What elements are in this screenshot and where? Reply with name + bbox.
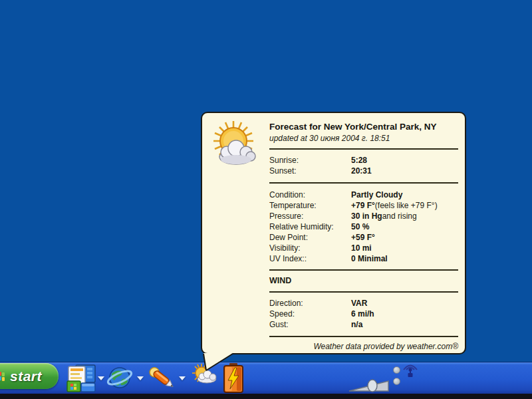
- sun-cloud-icon: [211, 120, 260, 177]
- status-led-icon: [393, 378, 400, 385]
- pen-icon[interactable]: [146, 364, 179, 393]
- weather-row: Pressure: 30 in Hg and rising: [269, 211, 458, 221]
- weather-row: UV Index:: 0 Minimal: [269, 253, 458, 264]
- antenna-icon[interactable]: [402, 363, 419, 378]
- weather-row: Temperature: +79 F° (feels like +79 F°): [269, 200, 458, 211]
- windows-flag-icon: [0, 372, 5, 381]
- volume-slider-knob: [368, 380, 377, 392]
- divider: [269, 148, 458, 150]
- sun-times-section: Sunrise: 5:28 Sunset: 20:31: [269, 155, 458, 176]
- weather-row: Condition: Partly Cloudy: [269, 190, 458, 200]
- weather-row: Dew Point: +59 F°: [269, 232, 458, 243]
- status-led-icon: [393, 366, 400, 374]
- weather-row: Direction: VAR: [269, 298, 458, 309]
- weather-row: Sunset: 20:31: [269, 166, 458, 176]
- divider: [269, 269, 458, 271]
- conditions-section: Condition: Partly Cloudy Temperature: +7…: [269, 190, 458, 264]
- weather-row: Relative Humidity: 50 %: [269, 221, 458, 232]
- start-button[interactable]: start: [0, 363, 59, 389]
- attribution-text: Weather data provided by weather.com®: [269, 342, 458, 351]
- desktop: Forecast for New York/Central Park, NY u…: [0, 0, 532, 399]
- weather-row: Gust: n/a: [269, 319, 458, 330]
- dropdown-arrow-icon[interactable]: [137, 376, 144, 380]
- start-button-label: start: [10, 368, 42, 384]
- dropdown-arrow-icon[interactable]: [98, 376, 104, 380]
- weather-row: Visibility: 10 mi: [269, 243, 458, 253]
- wind-section: Direction: VAR Speed: 6 mi/h Gust: n/a: [269, 298, 458, 330]
- balloon-tail: [200, 353, 239, 372]
- divider: [269, 291, 458, 293]
- forecast-updated: updated at 30 июня 2004 г. 18:51: [269, 134, 458, 143]
- divider: [269, 336, 458, 337]
- forecast-title: Forecast for New York/Central Park, NY: [269, 122, 458, 132]
- display-properties-icon[interactable]: [66, 364, 96, 393]
- weather-row: Sunrise: 5:28: [269, 155, 458, 166]
- weather-forecast-balloon: Forecast for New York/Central Park, NY u…: [201, 112, 466, 354]
- wind-section-header: WIND: [269, 276, 458, 286]
- globe-icon[interactable]: [106, 364, 133, 391]
- divider: [269, 182, 458, 184]
- screen-bottom-strip: [0, 394, 532, 399]
- weather-row: Speed: 6 mi/h: [269, 309, 458, 319]
- volume-slider[interactable]: [348, 379, 391, 392]
- dropdown-arrow-icon[interactable]: [179, 376, 186, 380]
